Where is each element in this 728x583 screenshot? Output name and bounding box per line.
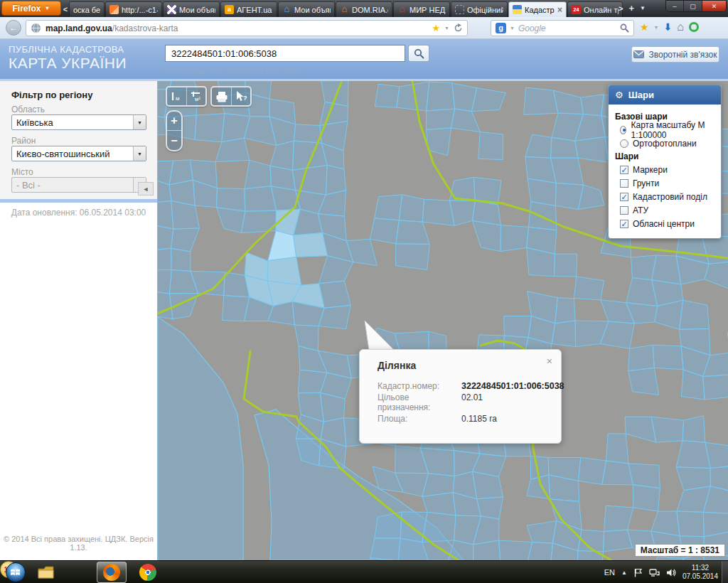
- layers-title: Шари: [628, 90, 654, 100]
- zoom-control: + −: [166, 110, 183, 151]
- checkbox-row[interactable]: АТУ: [620, 205, 714, 215]
- layers-panel-header[interactable]: ⚙ Шари: [609, 85, 721, 105]
- layer-label: Кадастровий поділ: [633, 192, 707, 202]
- tab-label: Офіційний ...: [467, 6, 503, 14]
- tab[interactable]: http:/...-c1-t5: [105, 1, 162, 17]
- checkbox[interactable]: [620, 206, 628, 215]
- addon-icon[interactable]: [689, 22, 699, 32]
- maximize-button[interactable]: ▢: [683, 1, 702, 12]
- new-tab-button[interactable]: +: [628, 3, 634, 14]
- zoom-out-button[interactable]: −: [167, 131, 181, 150]
- firefox-taskbar-slot[interactable]: [97, 562, 127, 583]
- layers-heading: Шари: [615, 151, 714, 161]
- google-engine-icon[interactable]: g: [496, 23, 506, 33]
- tab[interactable]: оска бесп...: [69, 1, 105, 17]
- tab[interactable]: ⌂Мои объяв...: [278, 1, 335, 17]
- tab[interactable]: aАГЕНТ.ua - ...: [220, 1, 277, 17]
- close-button[interactable]: ✕: [702, 1, 726, 12]
- copyright-label: © 2014 Всі права захищені. ЦДЗК. Версія …: [0, 535, 157, 552]
- tab[interactable]: ⌂DOM.RIA.c...: [336, 1, 392, 17]
- cadastral-search-button[interactable]: [408, 45, 429, 62]
- bookmarks-caret-icon[interactable]: ▼: [654, 25, 659, 30]
- tab-scroll-right-button[interactable]: >: [619, 4, 623, 13]
- radio-row[interactable]: Карта масштабу М 1:100000: [620, 124, 714, 135]
- layer-label: Обласні центри: [633, 219, 695, 229]
- radio-selected[interactable]: [620, 126, 626, 134]
- tools-purple-icon: [167, 5, 176, 14]
- checkbox-row[interactable]: ✓Кадастровий поділ: [620, 191, 714, 202]
- checkbox-row[interactable]: Грунти: [620, 178, 714, 188]
- speaker-icon[interactable]: [666, 568, 676, 577]
- radio[interactable]: [620, 139, 628, 148]
- popup-close-icon[interactable]: ×: [547, 355, 552, 367]
- select-oblast[interactable]: Київська▼: [11, 114, 146, 130]
- zoom-in-button[interactable]: +: [167, 112, 181, 131]
- tab-close-icon[interactable]: ×: [557, 5, 562, 15]
- map-viewport[interactable]: м м² ?: [158, 81, 728, 560]
- tab-label: оска бесп...: [73, 6, 100, 14]
- minimize-button[interactable]: –: [666, 1, 683, 12]
- select-misto[interactable]: - Всі -▼: [11, 177, 146, 193]
- region-filter-sidebar: Фільтр по регіону ОбластьКиївська▼РайонК…: [0, 81, 158, 560]
- chevron-down-icon[interactable]: ▼: [133, 115, 146, 129]
- measure-area-button[interactable]: м²: [186, 87, 205, 105]
- chevron-down-icon[interactable]: ▼: [133, 146, 146, 161]
- tab-label: МИР НЕДВ...: [410, 6, 446, 14]
- reload-icon[interactable]: [454, 23, 463, 33]
- checkbox-row[interactable]: ✓Обласні центри: [620, 218, 714, 229]
- print-button[interactable]: [212, 87, 231, 105]
- tab[interactable]: 24Онлайн тра...: [567, 1, 623, 17]
- chrome-taskbar-icon[interactable]: [139, 564, 156, 581]
- web-search-input[interactable]: g ▼ Google: [491, 20, 634, 36]
- show-desktop-button[interactable]: [722, 561, 728, 583]
- browser-tab-bar: Firefox ▼ < оска бесп...http:/...-c1-t5М…: [0, 0, 728, 17]
- bookmark-star-icon[interactable]: ★: [432, 23, 440, 33]
- browser-navbar: ← map.land.gov.ua/kadastrova-karta ★ ▼ g…: [0, 17, 728, 39]
- window-controls: – ▢ ✕: [665, 0, 727, 12]
- search-placeholder: Google: [518, 23, 616, 33]
- select-raion[interactable]: Києво-святошинський▼: [11, 146, 146, 161]
- tab-label: Кадастр...: [525, 6, 555, 14]
- hidden-icons-button[interactable]: ▲: [621, 569, 627, 576]
- identify-button[interactable]: ?: [231, 87, 250, 105]
- explorer-taskbar-icon[interactable]: [37, 564, 55, 581]
- network-icon[interactable]: [649, 568, 660, 577]
- magnifier-icon: [414, 48, 424, 59]
- action-center-flag-icon[interactable]: [633, 568, 643, 577]
- back-button[interactable]: ←: [6, 20, 21, 36]
- checkbox[interactable]: [620, 179, 628, 188]
- clock[interactable]: 11:32 07.05.2014: [682, 564, 718, 581]
- checkbox-row[interactable]: ✓Маркери: [620, 164, 714, 175]
- bookmark-caret-icon[interactable]: ▼: [444, 26, 449, 31]
- downloads-button[interactable]: ⬇: [664, 21, 673, 33]
- sidebar-collapse-button[interactable]: ◄: [138, 182, 154, 196]
- tab-label: DOM.RIA.c...: [352, 6, 388, 14]
- layer-label: Ортофотоплани: [633, 139, 697, 149]
- clock-time: 11:32: [682, 564, 718, 572]
- bookmarks-button[interactable]: ★: [640, 21, 649, 33]
- select-value: - Всі -: [12, 180, 133, 191]
- tab[interactable]: ⌂МИР НЕДВ...: [393, 1, 450, 17]
- home-button[interactable]: ⌂: [677, 21, 684, 33]
- checkbox-checked[interactable]: ✓: [620, 193, 628, 201]
- engine-caret-icon[interactable]: ▼: [510, 26, 515, 31]
- tab[interactable]: Офіційний ...: [451, 1, 508, 17]
- checkbox-checked[interactable]: ✓: [620, 220, 628, 228]
- tab-active[interactable]: Кадастр...×: [508, 1, 567, 17]
- popup-row-value: 3222484501:01:006:5038: [461, 381, 564, 391]
- magnifier-icon[interactable]: [620, 23, 629, 33]
- language-indicator[interactable]: EN: [604, 568, 615, 577]
- url-text[interactable]: map.land.gov.ua/kadastrova-karta: [46, 23, 427, 33]
- list-tabs-button[interactable]: ▼: [640, 5, 646, 11]
- url-bar[interactable]: map.land.gov.ua/kadastrova-karta ★ ▼: [26, 20, 468, 36]
- measure-length-button[interactable]: м: [167, 87, 186, 105]
- feedback-button[interactable]: Зворотній зв'язок: [631, 46, 719, 63]
- svg-text:?: ?: [243, 95, 247, 102]
- cadastral-number-input[interactable]: 3222484501:01:006:5038: [165, 45, 405, 62]
- checkbox-checked[interactable]: ✓: [620, 166, 628, 174]
- firefox-menu-button[interactable]: Firefox ▼: [1, 1, 61, 16]
- start-button[interactable]: [6, 562, 26, 582]
- feedback-label: Зворотній зв'язок: [648, 50, 717, 60]
- tab[interactable]: Мои объяв...: [163, 1, 220, 17]
- popup-callout-pointer: [357, 316, 400, 350]
